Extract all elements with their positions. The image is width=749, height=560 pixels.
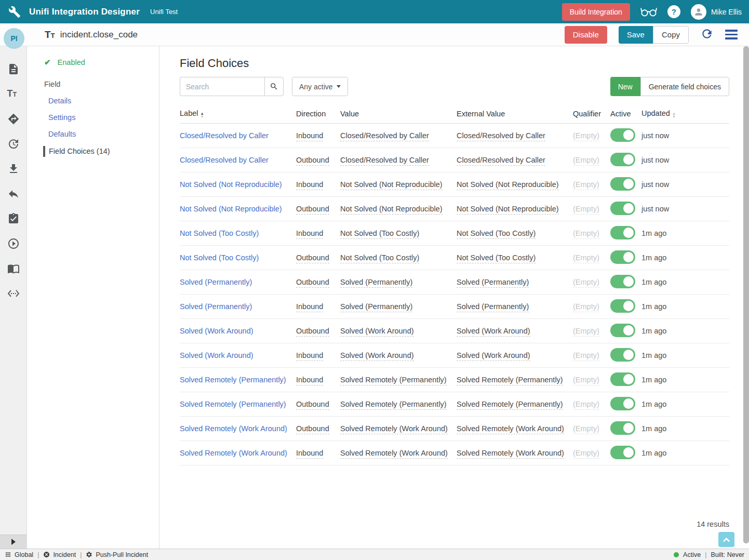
- code-icon[interactable]: [7, 287, 20, 300]
- book-icon[interactable]: [7, 262, 20, 275]
- directions-icon[interactable]: [7, 113, 20, 125]
- row-value[interactable]: Closed/Resolved by Caller: [340, 131, 429, 141]
- row-qualifier[interactable]: (Empty): [573, 229, 599, 239]
- refresh-button[interactable]: [700, 27, 714, 42]
- reply-icon[interactable]: [7, 188, 20, 200]
- row-direction[interactable]: Inbound: [296, 131, 323, 141]
- row-external-value[interactable]: Solved (Permanently): [457, 278, 529, 288]
- active-toggle[interactable]: [610, 226, 635, 239]
- hamburger-menu-button[interactable]: [725, 30, 738, 39]
- row-direction[interactable]: Outbound: [296, 424, 329, 434]
- row-label-link[interactable]: Closed/Resolved by Caller: [180, 156, 269, 164]
- column-header-direction[interactable]: Direction: [296, 110, 340, 118]
- row-qualifier[interactable]: (Empty): [573, 205, 599, 215]
- row-label-link[interactable]: Solved Remotely (Work Around): [180, 424, 287, 433]
- row-label-link[interactable]: Solved (Work Around): [180, 327, 253, 335]
- row-qualifier[interactable]: (Empty): [573, 302, 599, 312]
- user-menu[interactable]: Mike Ellis: [691, 4, 742, 20]
- document-icon[interactable]: [7, 63, 20, 75]
- search-button[interactable]: [264, 77, 284, 96]
- active-toggle[interactable]: [610, 446, 635, 459]
- active-toggle[interactable]: [610, 250, 635, 264]
- active-toggle[interactable]: [610, 397, 635, 410]
- row-external-value[interactable]: Solved Remotely (Work Around): [457, 424, 564, 434]
- disable-button[interactable]: Disable: [565, 26, 607, 44]
- row-external-value[interactable]: Closed/Resolved by Caller: [457, 156, 545, 166]
- row-direction[interactable]: Inbound: [296, 351, 323, 361]
- row-value[interactable]: Not Solved (Too Costly): [340, 229, 419, 239]
- active-toggle[interactable]: [610, 372, 635, 386]
- row-direction[interactable]: Inbound: [296, 180, 323, 190]
- scope-item[interactable]: Global: [5, 551, 33, 558]
- active-toggle[interactable]: [610, 421, 635, 435]
- generate-field-choices-button[interactable]: Generate field choices: [640, 77, 729, 96]
- row-external-value[interactable]: Solved Remotely (Permanently): [457, 376, 563, 385]
- nav-item-settings[interactable]: Settings: [27, 113, 159, 122]
- row-qualifier[interactable]: (Empty): [573, 424, 599, 434]
- nav-item-details[interactable]: Details: [27, 97, 159, 105]
- row-value[interactable]: Solved (Permanently): [340, 302, 412, 312]
- row-qualifier[interactable]: (Empty): [573, 400, 599, 410]
- row-qualifier[interactable]: (Empty): [573, 180, 599, 190]
- tasks-icon[interactable]: [7, 212, 20, 225]
- row-external-value[interactable]: Solved Remotely (Permanently): [457, 400, 563, 410]
- row-value[interactable]: Not Solved (Not Reproducible): [340, 205, 443, 215]
- row-qualifier[interactable]: (Empty): [573, 156, 599, 166]
- row-direction[interactable]: Outbound: [296, 278, 329, 288]
- build-integration-button[interactable]: Build Integration: [562, 3, 630, 21]
- row-value[interactable]: Solved Remotely (Permanently): [340, 376, 447, 385]
- row-qualifier[interactable]: (Empty): [573, 351, 599, 361]
- row-external-value[interactable]: Solved (Work Around): [457, 351, 530, 361]
- column-header-qualifier[interactable]: Qualifier: [573, 110, 610, 118]
- nav-item-field-choices[interactable]: Field Choices (14): [43, 146, 159, 157]
- column-header-updated[interactable]: Updated▲▼: [641, 109, 729, 118]
- preview-glasses-icon[interactable]: [640, 6, 657, 18]
- row-label-link[interactable]: Not Solved (Too Costly): [180, 229, 259, 237]
- column-header-label[interactable]: Label▲▼: [180, 109, 296, 118]
- row-label-link[interactable]: Solved Remotely (Permanently): [180, 376, 286, 384]
- row-direction[interactable]: Outbound: [296, 205, 329, 215]
- row-direction[interactable]: Inbound: [296, 449, 323, 459]
- nav-item-defaults[interactable]: Defaults: [27, 130, 159, 138]
- update-icon[interactable]: [7, 138, 20, 150]
- active-toggle[interactable]: [610, 153, 635, 166]
- row-value[interactable]: Solved (Work Around): [340, 327, 414, 337]
- active-toggle[interactable]: [610, 348, 635, 362]
- column-header-external-value[interactable]: External Value: [457, 110, 573, 118]
- download-icon[interactable]: [7, 163, 20, 175]
- active-toggle[interactable]: [610, 202, 635, 215]
- row-value[interactable]: Solved Remotely (Work Around): [340, 424, 448, 434]
- active-toggle[interactable]: [610, 299, 635, 313]
- row-qualifier[interactable]: (Empty): [573, 449, 599, 459]
- text-field-icon[interactable]: TT: [7, 88, 20, 100]
- row-external-value[interactable]: Closed/Resolved by Caller: [457, 131, 545, 141]
- row-qualifier[interactable]: (Empty): [573, 278, 599, 288]
- row-label-link[interactable]: Not Solved (Too Costly): [180, 254, 259, 262]
- row-direction[interactable]: Outbound: [296, 254, 329, 263]
- row-direction[interactable]: Outbound: [296, 156, 329, 166]
- row-value[interactable]: Solved (Permanently): [340, 278, 412, 288]
- row-label-link[interactable]: Solved (Permanently): [180, 302, 252, 311]
- column-header-value[interactable]: Value: [340, 110, 457, 118]
- target-item[interactable]: Incident: [43, 551, 76, 558]
- row-value[interactable]: Solved Remotely (Permanently): [340, 400, 447, 410]
- row-direction[interactable]: Inbound: [296, 229, 323, 239]
- row-value[interactable]: Not Solved (Too Costly): [340, 254, 419, 263]
- row-qualifier[interactable]: (Empty): [573, 131, 599, 141]
- active-toggle[interactable]: [610, 324, 635, 337]
- row-external-value[interactable]: Not Solved (Not Reproducible): [457, 180, 559, 190]
- row-direction[interactable]: Inbound: [296, 302, 323, 312]
- save-button[interactable]: Save: [619, 26, 653, 44]
- active-filter-dropdown[interactable]: Any active: [292, 77, 348, 96]
- sidebar-collapse-button[interactable]: [0, 535, 26, 549]
- row-direction[interactable]: Outbound: [296, 327, 329, 337]
- active-toggle[interactable]: [610, 177, 635, 191]
- new-button[interactable]: New: [610, 77, 640, 96]
- row-external-value[interactable]: Not Solved (Too Costly): [457, 229, 536, 239]
- row-direction[interactable]: Outbound: [296, 400, 329, 410]
- row-value[interactable]: Closed/Resolved by Caller: [340, 156, 429, 166]
- scroll-to-top-button[interactable]: [718, 532, 734, 547]
- play-circle-icon[interactable]: [7, 237, 20, 250]
- row-external-value[interactable]: Not Solved (Not Reproducible): [457, 205, 559, 215]
- row-value[interactable]: Not Solved (Not Reproducible): [340, 180, 443, 190]
